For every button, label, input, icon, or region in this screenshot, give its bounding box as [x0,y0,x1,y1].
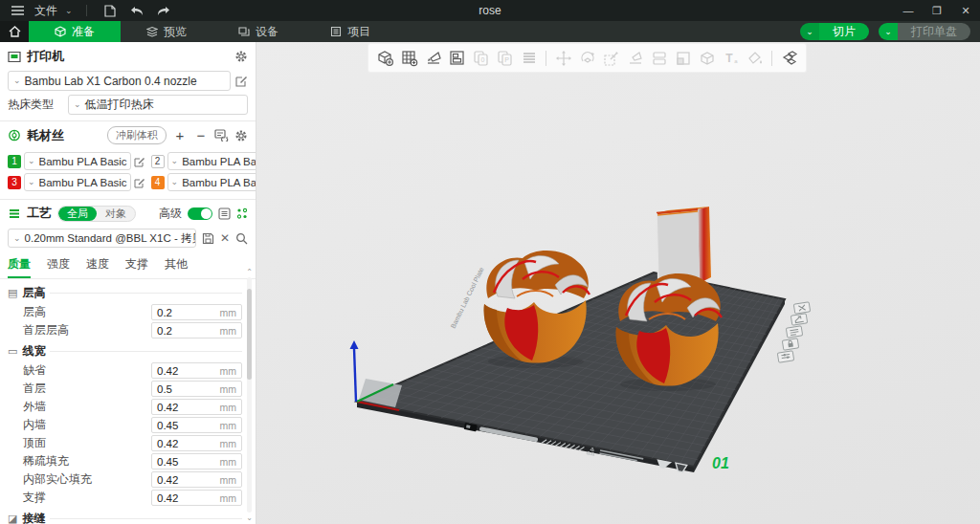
param-group-header[interactable]: ▭线宽 [8,343,242,360]
close-button[interactable]: ✕ [951,0,980,21]
filament-list: 1⌄Bambu PLA Basic2⌄Bambu PLA Basic3⌄Bamb… [0,148,256,195]
scope-toggle[interactable]: 全局 对象 [57,206,136,222]
param-label: 首层 [23,381,151,397]
param-input[interactable]: 0.2mm [151,304,242,320]
printer-preset-select[interactable]: ⌄ Bambu Lab X1 Carbon 0.4 nozzle [8,71,231,91]
filament-color-swatch[interactable]: 3 [8,176,21,189]
add-filament-button[interactable]: + [172,128,188,142]
file-menu-chevron-icon[interactable]: ⌄ [65,7,73,15]
param-input[interactable]: 0.42mm [151,399,242,415]
tab-project[interactable]: 项目 [304,21,396,42]
printer-section-title: 打印机 [27,48,64,65]
build-plate[interactable]: Bambu Lab Cool Plate 01 [357,266,785,473]
bed-type-label: 热床类型 [8,97,63,113]
param-input[interactable]: 0.42mm [151,362,242,379]
divider [86,5,87,16]
parameter-list-icon[interactable] [218,207,231,220]
plate-settings-icon[interactable] [777,351,793,362]
filament-section-title: 耗材丝 [27,127,64,144]
search-preset-icon[interactable] [235,232,248,245]
param-group-title: 线宽 [22,343,45,360]
print-plate-button[interactable]: ⌄ 打印单盘 [879,23,970,40]
param-label: 稀疏填充 [23,453,151,469]
hamburger-menu-icon[interactable] [8,2,27,19]
filament-select[interactable]: ⌄Bambu PLA Basic [167,173,256,191]
parameter-list-area: ▤层高层高0.2mm首层层高0.2mm▭线宽缺省0.42mm首层0.5mm外墙0… [0,279,256,524]
process-tab-1[interactable]: 质量 [8,256,31,278]
param-group-header[interactable]: ▤层高 [8,285,242,301]
param-group-title: 接缝 [22,511,45,524]
tab-prepare[interactable]: 准备 [29,21,121,42]
filament-select[interactable]: ⌄Bambu PLA Basic [167,152,256,170]
plate-lock-icon[interactable] [782,338,798,350]
tab-preview[interactable]: 预览 [121,21,212,42]
plate-arrange-icon[interactable] [786,326,802,338]
file-menu[interactable]: 文件 [34,3,57,19]
scope-global: 全局 [58,207,97,221]
param-row: 缺省0.42mm [8,361,242,380]
chevron-down-icon: ⌄ [28,157,35,165]
filament-item: 3⌄Bambu PLA Basic [8,173,145,191]
filament-select[interactable]: ⌄Bambu PLA Basic [24,152,131,170]
param-input[interactable]: 0.5mm [151,381,242,397]
delete-preset-icon[interactable]: ✕ [220,231,230,245]
printer-icon [8,51,21,63]
param-input[interactable]: 0.42mm [151,471,242,488]
param-row: 内部实心填充0.42mm [8,470,242,489]
save-preset-icon[interactable] [202,232,214,245]
process-tab-3[interactable]: 速度 [86,256,109,278]
restore-button[interactable]: ❐ [923,0,951,21]
param-input[interactable]: 0.45mm [151,453,242,469]
slice-button[interactable]: ⌄ 切片 [800,23,869,40]
flush-volumes-button[interactable]: 冲刷体积 [107,126,167,144]
printer-settings-gear-icon[interactable] [234,50,248,63]
param-group-title: 层高 [22,285,45,301]
process-tab-4[interactable]: 支撑 [125,256,148,278]
panel-scrollbar[interactable]: ⌃ ⌄ [245,268,254,522]
remove-filament-button[interactable]: − [193,128,209,142]
preview-layers-icon [146,26,158,37]
process-preset-select[interactable]: ⌄ 0.20mm Standard @BBL X1C - 拷贝 [8,229,196,248]
printer-edit-icon[interactable] [235,75,248,87]
3d-viewport[interactable]: 0 P Ta [256,42,980,524]
build-plate-scene[interactable]: Bambu Lab Cool Plate 01 [256,42,979,524]
filament-color-swatch[interactable]: 1 [8,155,21,168]
param-label: 缺省 [23,362,151,379]
filament-select[interactable]: ⌄Bambu PLA Basic [24,173,131,191]
new-project-icon[interactable] [100,2,120,19]
param-label: 内墙 [23,417,151,433]
bed-type-select[interactable]: ⌄ 低温打印热床 [68,95,248,115]
home-button[interactable] [0,21,29,42]
filament-color-swatch[interactable]: 2 [151,155,165,168]
ams-sync-icon[interactable] [214,129,229,142]
process-section-title: 工艺 [27,205,52,222]
device-icon [238,26,250,37]
advanced-label: 高级 [159,206,182,222]
filament-item: 2⌄Bambu PLA Basic [151,152,256,170]
param-input[interactable]: 0.42mm [151,490,242,506]
filament-edit-icon[interactable] [134,156,145,167]
undo-icon[interactable] [127,2,146,19]
filament-item: 1⌄Bambu PLA Basic [8,152,145,170]
compare-presets-icon[interactable] [236,207,248,220]
filament-color-swatch[interactable]: 4 [151,176,165,189]
advanced-toggle[interactable] [188,207,212,220]
param-input[interactable]: 0.42mm [151,435,242,451]
process-tabs: 质量强度速度支撑其他 [0,251,256,279]
param-row: 外墙0.42mm [8,398,242,416]
minimize-button[interactable]: — [894,0,923,21]
tab-device[interactable]: 设备 [212,21,304,42]
slice-dropdown-chevron-icon: ⌄ [800,23,819,40]
redo-icon[interactable] [154,2,173,19]
param-input[interactable]: 0.45mm [151,417,242,433]
param-input[interactable]: 0.2mm [151,322,242,338]
plate-orient-icon[interactable] [791,314,807,325]
process-tab-2[interactable]: 强度 [47,256,70,278]
filament-settings-gear-icon[interactable] [234,129,248,142]
filament-edit-icon[interactable] [134,177,145,188]
plate-delete-icon[interactable] [793,302,810,314]
param-group-header[interactable]: ◪接缝 [8,511,242,524]
process-tab-5[interactable]: 其他 [165,256,188,278]
param-group-icon: ◪ [8,513,17,524]
param-row: 稀疏填充0.45mm [8,452,242,470]
